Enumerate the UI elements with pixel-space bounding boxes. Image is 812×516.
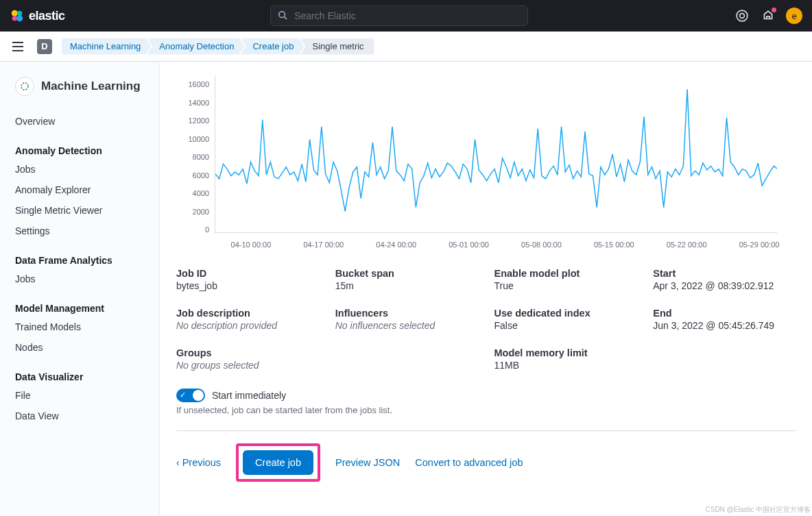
search-icon	[278, 10, 287, 22]
xtick: 05-29 00:00	[739, 241, 780, 249]
sidebar-item[interactable]: File	[15, 385, 144, 406]
sidebar-category: Data Frame Analytics	[15, 255, 144, 266]
sidebar-category: Anomaly Detection	[15, 145, 144, 156]
main-content: 1600014000120001000080006000400020000 04…	[159, 62, 812, 516]
sidebar-category: Model Management	[15, 303, 144, 314]
influencers-label: Influencers	[335, 308, 478, 319]
influencers-value: No influencers selected	[335, 320, 478, 331]
job-desc-value: No description provided	[176, 320, 319, 331]
model-plot-value: True	[494, 280, 637, 291]
ytick: 10000	[176, 130, 213, 149]
sidebar-item[interactable]: Overview	[15, 111, 144, 132]
ytick: 12000	[176, 112, 213, 130]
ml-app-icon	[15, 77, 34, 96]
start-immediately-toggle[interactable]: ✓	[176, 389, 205, 402]
news-icon[interactable]	[760, 8, 776, 24]
breadcrumb-singlemetric: Single metric	[300, 38, 374, 55]
svg-point-1	[17, 11, 22, 16]
groups-label: Groups	[176, 347, 319, 358]
ytick: 14000	[176, 94, 213, 112]
xtick: 04-24 00:00	[376, 241, 416, 249]
xtick: 04-17 00:00	[303, 241, 344, 249]
ytick: 8000	[176, 148, 213, 167]
app-header: D Machine Learning Anomaly Detection Cre…	[0, 32, 812, 62]
start-value: Apr 3, 2022 @ 08:39:02.912	[653, 280, 796, 291]
notification-dot	[772, 8, 776, 12]
elastic-logo[interactable]: elastic	[10, 0, 65, 32]
svg-point-4	[279, 11, 285, 17]
breadcrumb-ml[interactable]: Machine Learning	[62, 38, 151, 55]
xtick: 04-10 00:00	[231, 241, 272, 249]
create-job-button[interactable]: Create job	[243, 450, 313, 475]
dedicated-index-label: Use dedicated index	[494, 308, 637, 319]
memory-limit-value: 11MB	[494, 360, 637, 371]
bucket-span-value: 15m	[335, 280, 478, 291]
start-immediately-label: Start immediately	[212, 390, 286, 401]
sidebar-item[interactable]: Settings	[15, 221, 144, 241]
previous-button[interactable]: ‹ Previous	[176, 457, 221, 468]
space-selector[interactable]: D	[37, 39, 52, 54]
chevron-left-icon: ‹	[176, 457, 180, 468]
svg-point-2	[12, 16, 17, 21]
job-id-label: Job ID	[176, 268, 319, 279]
sidebar-item[interactable]: Data View	[15, 406, 144, 426]
xtick: 05-15 00:00	[594, 241, 634, 249]
ytick: 16000	[176, 75, 213, 94]
menu-toggle-icon[interactable]	[8, 37, 27, 56]
model-plot-label: Enable model plot	[494, 268, 637, 279]
bucket-span-label: Bucket span	[335, 268, 478, 279]
side-nav: Machine Learning OverviewAnomaly Detecti…	[0, 62, 159, 516]
global-search[interactable]	[270, 5, 528, 26]
sidebar-item[interactable]: Jobs	[15, 159, 144, 180]
breadcrumb-createjob[interactable]: Create job	[240, 38, 304, 55]
preview-chart: 1600014000120001000080006000400020000 04…	[176, 75, 796, 249]
svg-point-7	[21, 83, 28, 90]
breadcrumb: Machine Learning Anomaly Detection Creat…	[62, 38, 374, 55]
start-immediately-hint: If unselected, job can be started later …	[176, 405, 796, 415]
watermark: CSDN @Elastic 中国社区官方博客	[706, 505, 811, 515]
sidebar-item[interactable]: Anomaly Explorer	[15, 180, 144, 200]
highlight-annotation: Create job	[236, 443, 320, 482]
ytick: 6000	[176, 167, 213, 185]
dedicated-index-value: False	[494, 320, 637, 331]
convert-advanced-button[interactable]: Convert to advanced job	[415, 457, 523, 468]
svg-point-6	[740, 14, 745, 19]
breadcrumb-anomaly[interactable]: Anomaly Detection	[147, 38, 244, 55]
end-value: Jun 3, 2022 @ 05:45:26.749	[653, 320, 796, 331]
search-input[interactable]	[294, 10, 521, 21]
xtick: 05-08 00:00	[521, 241, 562, 249]
sidebar-item[interactable]: Nodes	[15, 337, 144, 358]
chart-svg	[215, 75, 777, 233]
ytick: 0	[176, 221, 213, 239]
groups-value: No groups selected	[176, 360, 319, 371]
svg-point-0	[12, 10, 18, 16]
sidebar-item[interactable]: Single Metric Viewer	[15, 200, 144, 221]
sidebar-category: Data Visualizer	[15, 371, 144, 382]
check-icon: ✓	[180, 391, 186, 400]
end-label: End	[653, 308, 796, 319]
sidebar-item[interactable]: Trained Models	[15, 317, 144, 337]
ytick: 4000	[176, 184, 213, 203]
sidebar-item[interactable]: Jobs	[15, 269, 144, 289]
job-summary-grid: Job IDbytes_job Bucket span15m Enable mo…	[176, 268, 796, 371]
svg-point-3	[16, 15, 23, 21]
job-desc-label: Job description	[176, 308, 319, 319]
ytick: 2000	[176, 203, 213, 221]
xtick: 05-01 00:00	[449, 241, 489, 249]
svg-point-5	[737, 10, 748, 21]
job-id-value: bytes_job	[176, 280, 319, 291]
global-header: elastic e	[0, 0, 812, 32]
user-avatar[interactable]: e	[786, 8, 802, 24]
help-icon[interactable]	[734, 8, 750, 24]
memory-limit-label: Model memory limit	[494, 347, 637, 358]
preview-json-button[interactable]: Preview JSON	[335, 457, 400, 468]
side-nav-title: Machine Learning	[41, 79, 141, 93]
start-label: Start	[653, 268, 796, 279]
xtick: 05-22 00:00	[667, 241, 707, 249]
